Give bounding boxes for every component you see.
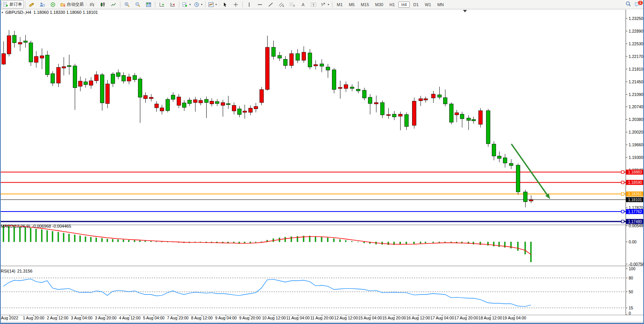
community-button[interactable]: [37, 0, 48, 8]
svg-text:3 Aug 20:00: 3 Aug 20:00: [95, 316, 117, 320]
new-order-label: 新订单: [10, 2, 22, 7]
indicators-button[interactable]: ▾: [207, 0, 219, 8]
crosshair-icon: [233, 2, 238, 7]
equidistant-channel-button[interactable]: E: [276, 0, 287, 8]
separator: [179, 2, 179, 8]
svg-text:10 Aug 12:00: 10 Aug 12:00: [262, 316, 286, 320]
svg-text:7 Aug 23:00: 7 Aug 23:00: [167, 316, 189, 320]
timeframe-h4[interactable]: H4: [398, 2, 410, 8]
separator: [25, 2, 25, 8]
svg-text:Aug 2022: Aug 2022: [1, 316, 18, 320]
svg-text:18 Aug 12:00: 18 Aug 12:00: [478, 316, 502, 320]
cascade-windows-button[interactable]: [167, 0, 178, 8]
rsi-current-value: 21.3156: [17, 269, 33, 273]
styler-button[interactable]: [26, 0, 37, 8]
timeframe-w1[interactable]: W1: [422, 2, 434, 7]
svg-text:1.21450: 1.21450: [629, 79, 643, 84]
search-button[interactable]: [625, 1, 631, 8]
text-label-button[interactable]: T: [308, 0, 319, 8]
chart-bars-button[interactable]: [87, 0, 97, 8]
auto-trading-icon: [60, 2, 66, 7]
zoom-out-icon: [135, 2, 141, 7]
timeframe-m5[interactable]: M5: [346, 2, 357, 7]
timeframe-m1[interactable]: M1: [334, 2, 345, 7]
toolbar-grip: ⁞: [219, 3, 220, 7]
svg-text:-0.007562: -0.007562: [629, 262, 644, 266]
svg-text:1.22170: 1.22170: [629, 54, 643, 59]
cursor-button[interactable]: [220, 0, 230, 8]
timeframe-m15[interactable]: M15: [358, 2, 371, 7]
zoom-in-button[interactable]: [122, 0, 132, 8]
dropdown-caret-icon: ▾: [215, 3, 217, 6]
timeframe-d1[interactable]: D1: [411, 2, 421, 7]
macd-name: MACD(12,26,9): [1, 224, 30, 228]
notifications-button[interactable]: 1: [634, 2, 641, 7]
chart-ohlc-values: 1.18060 1.18330 1.18060 1.18101: [33, 10, 98, 15]
bar-chart-icon: [89, 2, 95, 7]
equidistant-channel-icon: E: [278, 2, 284, 7]
separator: [205, 2, 205, 8]
horizontal-line-button[interactable]: [255, 0, 265, 8]
text-icon: A: [301, 2, 306, 7]
svg-text:5 Aug 04:00: 5 Aug 04:00: [143, 316, 164, 320]
search-icon: [625, 1, 631, 7]
svg-text:12 Aug 12:00: 12 Aug 12:00: [334, 316, 358, 320]
svg-text:11 Aug 20:00: 11 Aug 20:00: [310, 316, 334, 320]
svg-text:9 Aug 04:00: 9 Aug 04:00: [215, 316, 237, 320]
community-person-icon: [39, 2, 45, 7]
candles-layer: [2, 30, 533, 207]
svg-text:15 Aug 20:00: 15 Aug 20:00: [382, 316, 406, 320]
svg-text:0: 0: [629, 311, 631, 316]
svg-text:17 Aug 04:00: 17 Aug 04:00: [430, 316, 454, 320]
timeframe-h1[interactable]: H1: [387, 2, 398, 7]
svg-text:1.23250: 1.23250: [629, 16, 643, 21]
vertical-line-button[interactable]: [244, 0, 255, 8]
svg-text:1.19300: 1.19300: [629, 155, 643, 160]
periods-clock-button[interactable]: ▾: [192, 0, 204, 8]
fibonacci-icon: F: [289, 2, 295, 7]
text-button[interactable]: A: [297, 0, 308, 8]
price-axis: 1.232501.228901.225301.221701.218101.214…: [626, 16, 644, 316]
svg-text:T: T: [312, 3, 315, 7]
line-chart-icon: [111, 2, 116, 7]
fibonacci-button[interactable]: F: [287, 0, 297, 8]
svg-text:1.17762: 1.17762: [628, 210, 642, 214]
svg-text:9 Aug 20:00: 9 Aug 20:00: [239, 316, 261, 320]
svg-text:1.17480: 1.17480: [628, 220, 642, 224]
new-chart-button[interactable]: ▾: [181, 0, 192, 8]
zoom-in-icon: [124, 2, 130, 7]
svg-text:15 Aug 04:00: 15 Aug 04:00: [358, 316, 382, 320]
toolbar-grip: ⁞: [86, 3, 87, 7]
chart-title: ▾ GBPUSD-,H4 1.18060 1.18330 1.18060 1.1…: [2, 10, 98, 15]
auto-trading-label: 自动交易: [67, 2, 84, 7]
rsi-name: RSI(14): [1, 269, 15, 273]
chart-candles-button[interactable]: [97, 0, 108, 8]
price-chart[interactable]: 1.232501.228901.225301.221701.218101.214…: [0, 0, 644, 324]
svg-text:E: E: [283, 5, 284, 7]
svg-text:A: A: [302, 2, 305, 7]
styler-crayon-icon: [29, 2, 34, 7]
trendline-button[interactable]: [265, 0, 276, 8]
arrows-button[interactable]: ▾: [319, 0, 331, 8]
tile-windows-button[interactable]: [143, 0, 154, 8]
rsi-indicator-label: RSI(14)21.3156: [1, 269, 33, 273]
svg-text:8 Aug 12:00: 8 Aug 12:00: [191, 316, 213, 320]
crosshair-button[interactable]: [230, 0, 241, 8]
arrows-icon: [320, 2, 326, 7]
timeframe-mn[interactable]: MN: [435, 2, 447, 7]
indicators-icon: [208, 2, 214, 7]
zoom-out-button[interactable]: [132, 0, 143, 8]
svg-text:15: 15: [629, 306, 633, 310]
new-order-icon: [3, 2, 8, 7]
signal-button[interactable]: [48, 0, 59, 8]
arrange-windows-button[interactable]: [156, 0, 167, 8]
svg-text:1.22530: 1.22530: [629, 41, 643, 46]
separator: [332, 2, 332, 8]
svg-text:1 Aug 20:00: 1 Aug 20:00: [23, 316, 44, 320]
svg-text:1.18883: 1.18883: [628, 170, 642, 174]
chart-line-button[interactable]: [108, 0, 119, 8]
dropdown-caret-icon: ▾: [189, 3, 191, 6]
timeframe-m30[interactable]: M30: [373, 2, 386, 7]
new-order-button[interactable]: 新订单: [2, 0, 24, 8]
auto-trading-button[interactable]: 自动交易: [59, 0, 85, 8]
